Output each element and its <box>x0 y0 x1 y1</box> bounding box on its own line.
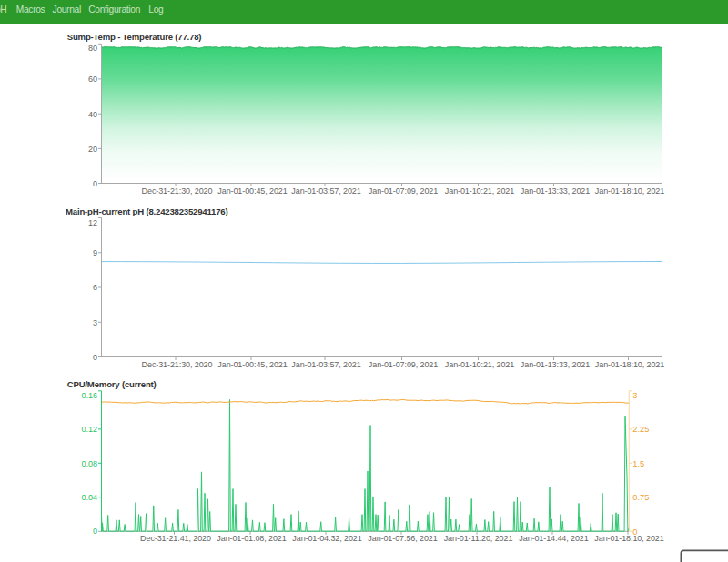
svg-text:0.16: 0.16 <box>81 391 97 400</box>
svg-text:20: 20 <box>88 145 97 154</box>
svg-text:Macros: Macros <box>16 5 46 15</box>
svg-text:0: 0 <box>632 527 637 537</box>
svg-text:2.25: 2.25 <box>632 425 649 434</box>
svg-text:Jan-01-18:10, 2021: Jan-01-18:10, 2021 <box>595 186 664 196</box>
svg-text:0.12: 0.12 <box>81 425 97 434</box>
svg-text:0.75: 0.75 <box>632 493 649 502</box>
svg-text:Configuration: Configuration <box>88 5 140 15</box>
svg-text:9: 9 <box>93 248 97 257</box>
svg-text:Jan-01-11:20, 2021: Jan-01-11:20, 2021 <box>444 534 513 543</box>
svg-text:Journal: Journal <box>53 5 81 15</box>
svg-text:Dec-31-21:30, 2020: Dec-31-21:30, 2020 <box>142 360 213 369</box>
svg-text:0: 0 <box>93 179 97 188</box>
svg-text:40: 40 <box>88 110 97 119</box>
svg-text:Jan-01-03:57, 2021: Jan-01-03:57, 2021 <box>291 186 360 196</box>
svg-text:80: 80 <box>88 44 97 53</box>
svg-text:Jan-01-18:10, 2021: Jan-01-18:10, 2021 <box>594 534 663 543</box>
svg-text:3: 3 <box>93 318 97 327</box>
svg-text:1.5: 1.5 <box>632 459 644 468</box>
svg-text:Jan-01-18:10, 2021: Jan-01-18:10, 2021 <box>595 360 664 369</box>
svg-text:CPU/Memory (current): CPU/Memory (current) <box>67 379 157 389</box>
svg-text:Jan-01-07:09, 2021: Jan-01-07:09, 2021 <box>369 360 438 369</box>
svg-text:Dec-31-21:41, 2020: Dec-31-21:41, 2020 <box>140 534 211 543</box>
svg-text:Jan-01-01:08, 2021: Jan-01-01:08, 2021 <box>217 534 286 543</box>
svg-text:Jan-01-10:21, 2021: Jan-01-10:21, 2021 <box>445 186 514 196</box>
svg-text:3: 3 <box>632 391 637 400</box>
svg-text:0.04: 0.04 <box>81 493 97 502</box>
svg-text:12: 12 <box>88 218 97 227</box>
svg-text:0: 0 <box>93 353 97 362</box>
svg-text:pH: pH <box>0 5 6 15</box>
svg-text:Jan-01-04:32, 2021: Jan-01-04:32, 2021 <box>292 534 361 543</box>
svg-text:60: 60 <box>88 75 97 84</box>
svg-text:Dec-31-21:30, 2020: Dec-31-21:30, 2020 <box>142 186 213 196</box>
svg-text:Jan-01-10:21, 2021: Jan-01-10:21, 2021 <box>445 360 514 369</box>
svg-text:Sump-Temp - Temperature (77.78: Sump-Temp - Temperature (77.78) <box>67 32 202 42</box>
svg-text:Jan-01-13:33, 2021: Jan-01-13:33, 2021 <box>521 360 590 369</box>
svg-text:Jan-01-13:33, 2021: Jan-01-13:33, 2021 <box>521 186 590 196</box>
svg-text:6: 6 <box>93 283 97 292</box>
svg-text:Main-pH-current pH (8.24238235: Main-pH-current pH (8.242382352941176) <box>66 206 228 216</box>
svg-text:Jan-01-03:57, 2021: Jan-01-03:57, 2021 <box>291 360 360 369</box>
svg-text:Jan-01-07:09, 2021: Jan-01-07:09, 2021 <box>369 186 438 196</box>
svg-text:Jan-01-14:44, 2021: Jan-01-14:44, 2021 <box>519 534 588 543</box>
svg-text:0.08: 0.08 <box>81 459 97 468</box>
svg-text:Jan-01-00:45, 2021: Jan-01-00:45, 2021 <box>217 186 287 196</box>
svg-text:0: 0 <box>93 527 97 536</box>
svg-text:Jan-01-00:45, 2021: Jan-01-00:45, 2021 <box>217 360 287 369</box>
svg-text:Jan-01-07:56, 2021: Jan-01-07:56, 2021 <box>368 534 437 543</box>
svg-text:Log: Log <box>148 5 164 15</box>
